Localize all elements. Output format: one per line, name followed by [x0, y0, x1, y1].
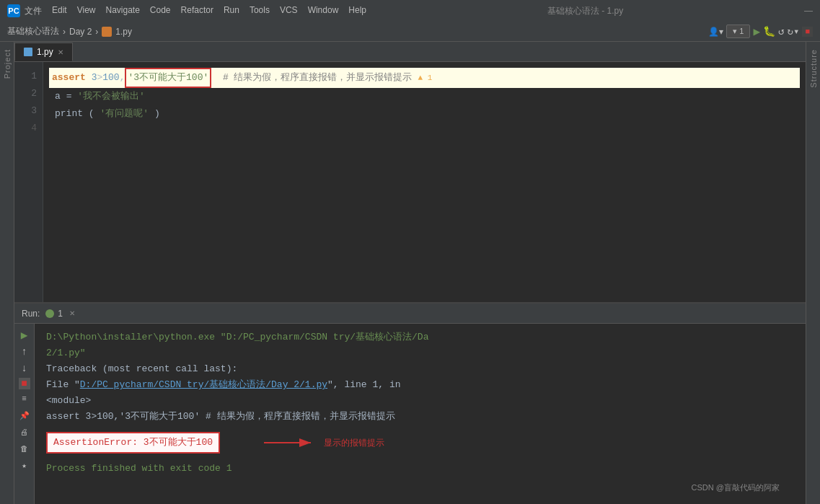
number-3: 3: [92, 69, 97, 87]
menu-navigate[interactable]: Navigate: [105, 5, 139, 17]
code-content[interactable]: assert 3 > 100 , '3不可能大于100' # 结果为假，程序直接…: [43, 62, 806, 302]
menu-run[interactable]: Run: [224, 5, 239, 17]
string-highlighted: '3不可能大于100': [125, 68, 211, 88]
config-dropdown[interactable]: ▾ 1: [726, 25, 750, 38]
error-section: AssertionError: 3不可能大于100: [46, 429, 794, 456]
arrow-icon: [260, 432, 318, 454]
debug-button[interactable]: 🐛: [763, 25, 775, 37]
menu-window[interactable]: Window: [308, 5, 339, 17]
process-finish-line: Process finished with exit code 1: [46, 461, 794, 477]
menu-tools[interactable]: Tools: [250, 5, 270, 17]
assert-line: assert 3>100,'3不可能大于100' # 结果为假，程序直接报错，并…: [46, 411, 395, 422]
window-controls[interactable]: —: [804, 6, 813, 16]
paren-open: (: [89, 108, 94, 119]
run-stop-btn[interactable]: ■: [19, 378, 30, 389]
run-print-btn[interactable]: 🖨: [17, 425, 32, 439]
run-settings-btn[interactable]: ≡: [17, 392, 32, 406]
run-panel-header: Run: 1 ✕: [14, 304, 806, 324]
run-panel: Run: 1 ✕ ▶ ↑ ↓ ■ ≡ 📌 🖨 🗑: [14, 302, 806, 504]
step-button[interactable]: ↻▾: [788, 25, 800, 37]
run-tab-icon: [45, 309, 54, 318]
run-trash-btn[interactable]: 🗑: [17, 441, 32, 456]
menu-view[interactable]: View: [77, 5, 96, 17]
output-line3: File "D:/PC_pycharm/CSDN try/基础核心语法/Day …: [46, 377, 794, 393]
op-gt: >: [97, 69, 102, 87]
file-link[interactable]: D:/PC_pycharm/CSDN try/基础核心语法/Day 2/1.py: [80, 379, 327, 390]
code-line-2: a = '我不会被输出': [52, 88, 797, 105]
tab-file[interactable]: 1.py ✕: [14, 43, 73, 61]
run-toolbar: 👤▾ ▾ 1 ▶ 🐛 ↺ ↻▾ ■: [708, 25, 813, 39]
app-logo: PC: [7, 4, 20, 17]
line-number-2: 2: [14, 85, 37, 102]
assertion-error-box: AssertionError: 3不可能大于100: [46, 432, 220, 454]
run-button[interactable]: ▶: [753, 25, 760, 39]
output-line4: <module>: [46, 393, 794, 409]
run-up-btn[interactable]: ↑: [17, 345, 32, 359]
run-pin-btn[interactable]: 📌: [17, 408, 32, 423]
menu-refactor[interactable]: Refactor: [181, 5, 213, 17]
sidebar-right: Structure: [806, 42, 820, 504]
tab-file-icon: [24, 48, 32, 56]
func-print: print: [55, 108, 83, 119]
code-line-4: [52, 123, 797, 140]
tab-bar: 1.py ✕: [14, 42, 806, 62]
finish-label: Process finished with exit code 1: [46, 463, 232, 474]
run-tab[interactable]: 1 ✕: [45, 309, 75, 319]
string-line3: '有问题呢': [100, 108, 149, 119]
output-path-cont: 2/1.py": [46, 348, 86, 358]
title-bar: PC 文件 Edit View Navigate Code Refactor R…: [0, 0, 820, 22]
code-space: [86, 69, 92, 87]
line-numbers: 1 2 3 4: [14, 62, 43, 302]
error-annotation: 显示的报错提示: [260, 432, 384, 454]
line-number-3: 3: [14, 102, 37, 120]
breadcrumb-sep1: ›: [63, 27, 66, 37]
code-line-3: print ( '有问题呢' ): [52, 105, 797, 123]
menu-code[interactable]: Code: [150, 5, 171, 17]
window-title: 基础核心语法 - 1.py: [547, 5, 623, 17]
menu-file[interactable]: 文件: [25, 5, 42, 17]
menu-vcs[interactable]: VCS: [280, 5, 298, 17]
run-tab-close[interactable]: ✕: [69, 309, 75, 317]
output-line5: assert 3>100,'3不可能大于100' # 结果为假，程序直接报错，并…: [46, 409, 794, 425]
keyword-assert: assert: [52, 69, 86, 87]
breadcrumb-bar: 基础核心语法 › Day 2 › 1.py 👤▾ ▾ 1 ▶ 🐛 ↺ ↻▾ ■: [0, 22, 820, 42]
run-sidebar-toolbar: ▶ ↑ ↓ ■ ≡ 📌 🖨 🗑 ★: [14, 324, 35, 504]
watermark: CSDN @盲敲代码的阿家: [46, 479, 794, 496]
stop-button[interactable]: ■: [802, 27, 813, 37]
menu-bar[interactable]: 文件 Edit View Navigate Code Refactor Run …: [25, 5, 366, 17]
sidebar-left: Project: [0, 42, 14, 504]
user-icon[interactable]: 👤▾: [708, 27, 723, 37]
comma: ,: [120, 69, 125, 87]
breadcrumb-sep2: ›: [95, 27, 98, 37]
breadcrumb-root[interactable]: 基础核心语法: [7, 25, 59, 37]
menu-edit[interactable]: Edit: [52, 5, 67, 17]
file-icon: [102, 27, 112, 37]
editor-area: 1 2 3 4 assert 3 > 100 , '3不可能大于100: [14, 62, 806, 302]
project-sidebar-label: Project: [3, 49, 12, 79]
main-layout: Project 1.py ✕ 1 2 3 4: [0, 42, 820, 504]
breadcrumb-day[interactable]: Day 2: [69, 27, 92, 37]
run-play-btn[interactable]: ▶: [17, 328, 32, 342]
line-number-4: 4: [14, 120, 37, 137]
content-area: 1.py ✕ 1 2 3 4 assert: [14, 42, 806, 504]
menu-help[interactable]: Help: [348, 5, 366, 17]
paren-close: ): [154, 108, 160, 119]
output-line1: D:\Python\installer\python.exe "D:/PC_py…: [46, 330, 794, 345]
watermark-text: CSDN @盲敲代码的阿家: [692, 483, 780, 492]
reload-button[interactable]: ↺: [778, 25, 784, 37]
op-eq: =: [66, 91, 78, 102]
file-label-post: ", line 1, in: [327, 379, 400, 390]
string-line2: '我不会被输出': [77, 91, 145, 102]
run-star-btn[interactable]: ★: [17, 458, 32, 472]
warning-icon: ▲ 1: [418, 69, 433, 87]
run-down-btn[interactable]: ↓: [17, 361, 32, 376]
breadcrumb-file[interactable]: 1.py: [115, 27, 132, 37]
annotation-text: 显示的报错提示: [324, 435, 384, 451]
run-label: Run:: [22, 309, 40, 319]
tab-close-button[interactable]: ✕: [58, 48, 63, 56]
code-editor: 1 2 3 4 assert 3 > 100 , '3不可能大于100: [14, 62, 806, 302]
output-line1b: 2/1.py": [46, 345, 794, 361]
title-bar-left: PC 文件 Edit View Navigate Code Refactor R…: [7, 4, 366, 17]
breadcrumb: 基础核心语法 › Day 2 › 1.py: [7, 25, 132, 37]
module-label: <module>: [46, 395, 91, 406]
